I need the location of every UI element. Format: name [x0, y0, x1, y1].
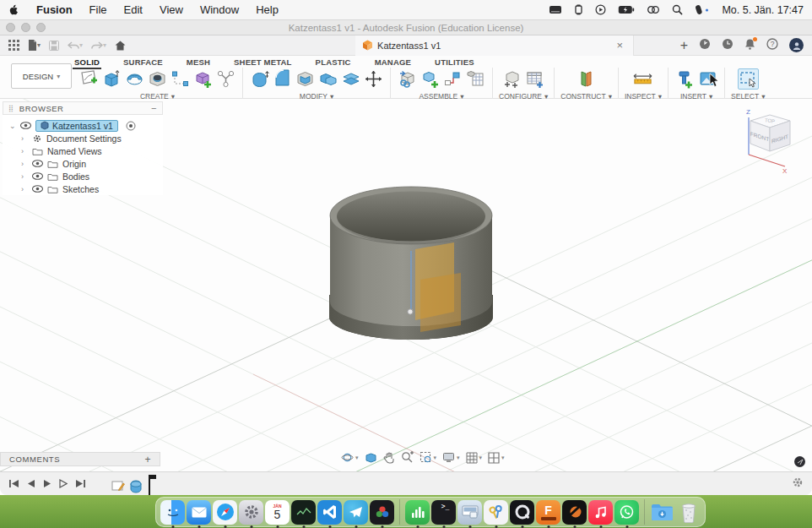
timeline-settings-gear[interactable] [792, 476, 812, 492]
battery-icon[interactable] [618, 5, 635, 14]
chevron-down-icon[interactable]: ⌄ [9, 122, 16, 130]
select-tool-icon[interactable] [738, 68, 759, 90]
dock-vscode-icon[interactable] [317, 500, 342, 525]
zoom-tool[interactable] [401, 451, 414, 464]
timeline-step-back-button[interactable] [27, 479, 35, 488]
create-form-icon[interactable] [215, 68, 236, 90]
dock-activity-app-icon[interactable] [291, 500, 316, 525]
collapse-browser-icon[interactable]: − [151, 103, 157, 113]
save-button[interactable] [49, 41, 59, 51]
chevron-right-icon[interactable]: › [21, 160, 28, 168]
pattern-icon[interactable] [170, 68, 191, 90]
press-pull-icon[interactable] [249, 68, 270, 90]
origin-point[interactable] [408, 309, 413, 314]
dock-dark-orange-app-icon[interactable] [562, 500, 587, 525]
drag-handle-icon[interactable]: ⣿ [8, 105, 14, 112]
move-copy-icon[interactable] [363, 68, 384, 90]
hole-icon[interactable] [147, 68, 168, 90]
offset-face-icon[interactable] [340, 68, 361, 90]
create-sketch-icon[interactable] [78, 68, 100, 90]
menu-help[interactable]: Help [247, 3, 287, 16]
menu-file[interactable]: File [81, 3, 116, 16]
chevron-right-icon[interactable]: › [21, 172, 28, 181]
menu-edit[interactable]: Edit [116, 3, 151, 16]
as-built-joint-icon[interactable] [442, 68, 463, 90]
file-menu-button[interactable]: ▾ [28, 40, 41, 51]
primitive-box-icon[interactable] [192, 68, 214, 90]
extrude-icon[interactable] [101, 68, 122, 90]
fillet-icon[interactable] [272, 68, 293, 90]
dock-terminal-icon[interactable]: >_ [431, 500, 456, 525]
workspace-selector[interactable]: DESIGN ▾ [11, 63, 72, 89]
search-icon[interactable] [672, 4, 683, 15]
browser-item-bodies[interactable]: › Bodies [3, 170, 163, 182]
new-tab-button[interactable]: + [680, 38, 688, 53]
browser-root-item[interactable]: ⌄ Katzentass1 v1 [3, 119, 163, 132]
timeline-skip-end-button[interactable] [75, 479, 86, 488]
grid-snap-tool[interactable]: ▾ [466, 452, 483, 464]
window-titlebar[interactable]: Katzentass1 v1 - Autodesk Fusion (Educat… [0, 20, 812, 35]
revolve-icon[interactable] [124, 68, 145, 90]
home-view-button[interactable] [115, 41, 126, 51]
handoff-icon[interactable] [647, 5, 660, 14]
insert-derive-icon[interactable] [674, 68, 696, 90]
dock-safari-icon[interactable] [213, 500, 237, 525]
display-status-icon[interactable] [549, 5, 562, 15]
menu-view[interactable]: View [151, 3, 192, 16]
dock-resolve-icon[interactable] [370, 500, 394, 525]
activate-component-radio[interactable] [126, 121, 136, 131]
visibility-eye-icon[interactable] [32, 160, 43, 167]
device-status-icon[interactable] [574, 4, 583, 15]
browser-item-sketches[interactable]: › Sketches [3, 182, 163, 195]
timeline-play-button[interactable] [43, 479, 51, 488]
dock-preview-app-icon[interactable] [457, 500, 482, 525]
timeline-sketch-feature[interactable] [111, 479, 125, 493]
visibility-eye-icon[interactable] [32, 185, 43, 193]
apple-menu[interactable] [0, 4, 28, 16]
user-switch-icon[interactable] [695, 5, 710, 15]
add-comment-icon[interactable]: + [144, 454, 151, 465]
viewcube-cube[interactable]: TOP FRONT RIGHT [750, 115, 790, 151]
dock-trash-icon[interactable] [676, 500, 701, 525]
close-tab-icon[interactable]: × [613, 39, 626, 52]
origin-planes[interactable] [415, 242, 461, 332]
help-icon[interactable]: ? [766, 38, 778, 53]
play-status-icon[interactable] [595, 4, 606, 15]
new-component-icon[interactable] [397, 68, 418, 90]
timeline-skip-start-button[interactable] [8, 479, 19, 488]
document-tab[interactable]: Katzentass1 v1 × [355, 35, 634, 56]
job-status-icon[interactable] [722, 38, 734, 53]
dock-keychain-icon[interactable] [484, 500, 508, 525]
dock-music-icon[interactable] [588, 500, 613, 525]
root-component-label[interactable]: Katzentass1 v1 [35, 120, 118, 132]
chevron-right-icon[interactable]: › [21, 147, 28, 155]
rigid-group-icon[interactable] [465, 68, 486, 90]
view-cube[interactable]: Z X TOP FRONT RIGHT [738, 104, 802, 173]
dock-fusion-icon[interactable]: F [536, 500, 560, 525]
construct-plane-icon[interactable] [576, 68, 597, 90]
comments-bar[interactable]: COMMENTS + [0, 452, 160, 466]
combine-icon[interactable] [317, 68, 338, 90]
user-avatar[interactable] [789, 38, 804, 52]
dock-whatsapp-icon[interactable] [614, 500, 639, 525]
pan-tool[interactable] [383, 452, 395, 464]
notifications-bell-icon[interactable] [744, 38, 755, 53]
viewports-tool[interactable]: ▾ [488, 452, 505, 464]
chevron-right-icon[interactable]: › [21, 185, 28, 193]
browser-header[interactable]: ⣿ BROWSER − [3, 101, 163, 115]
timeline-extrude-feature[interactable] [128, 479, 143, 493]
look-at-tool[interactable] [365, 452, 377, 463]
dock-levels-app-icon[interactable] [405, 500, 430, 525]
shell-icon[interactable] [295, 68, 316, 90]
dock-settings-icon[interactable] [239, 500, 263, 525]
dock-downloads-folder-icon[interactable] [650, 500, 674, 525]
visibility-eye-icon[interactable] [20, 122, 31, 129]
model-viewport[interactable]: Z X TOP FRONT RIGHT ⣿ BROWSER − ⌄ Katzen… [0, 99, 812, 471]
configuration-icon[interactable] [501, 68, 522, 90]
undo-button[interactable]: ▾ [68, 41, 83, 50]
joint-icon[interactable] [420, 68, 441, 90]
app-grid-icon[interactable] [8, 40, 19, 51]
dock-mail-icon[interactable] [187, 500, 211, 525]
fit-view-tool[interactable]: ▾ [420, 451, 437, 464]
browser-item-named-views[interactable]: › Named Views [3, 144, 163, 157]
